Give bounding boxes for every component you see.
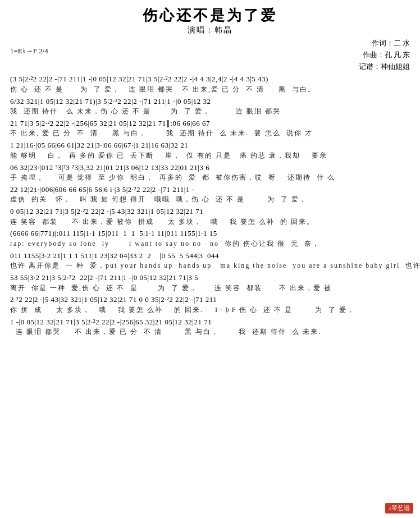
lyric-row-10: 你 拼 成 太 多块， 哦 我 要怎 么补 的 回来. 1=♭F 伤 心 还 不… [10,305,410,315]
music-line-3: 1 21|16·|05 66|66 61|32 21|3·|06 66|67·|… [10,140,410,160]
subtitle: 演唱：韩晶 [10,25,410,35]
music-line-11: 1 -|0 05|12 32|21 71|3 5|2·²2 22|2 -|256… [10,317,410,337]
music-line-4: 06 32|23·|012 ³3|²3 ²3|3,32 21|01 21|3 0… [10,162,410,182]
arranger: 记谱：神仙姐姐 [359,61,410,73]
notation-row-8: 011 1155|3·2 21|1 1 1 511|1 23|32 04|33 … [10,250,410,262]
lyric-row-7: rap: everybody so lone ly i want to say … [10,239,410,249]
lyric-row-4: 手 掩埋， 可是 觉得 至 少你 明白， 再多的 爱 都 被你伤害，哎 呀 还期… [10,173,410,182]
notation-row-3: 1 21|16·|05 66|66 61|32 21|3·|06 66|67·|… [10,140,410,151]
lyric-row-8: 也许 离开你是 一 种 爱，put your hands up hands up… [10,261,410,271]
lyric-row-5: 虚伪 的关 怀， 叫 我 如 何想 得开 哦哦 哦，伤 心 还 不 是 为 了 … [10,195,410,204]
music-line-1: 6/32 321|1 05|12 32|21 71)|3 5|2·²2 22|2… [10,96,410,116]
notation-row-7: (6666 66|771)|:011 115|1·1 15|011 1 1 5|… [10,228,410,239]
lyric-row-2: 不 出来, 爱 已 分 不 清 黑 与白， 我 还期 待什 么 未来. 要 怎么… [10,129,410,138]
main-title: 伤心还不是为了爱 [10,6,410,25]
lyric-row-1: 我 还期 待什 么 未来，伤 心 还 不 是 为 了 爱， 连 眼泪 都哭 [10,107,410,116]
page-container: 伤心还不是为了爱 演唱：韩晶 1=E♭→F 2/4 作词：二 水 作曲：孔 凡 … [0,0,420,350]
lyric-row-11: 连 眼泪 都哭 不 出来，爱 已 分 不 清 黑 与白， 我 还期 待什 么 未… [10,327,410,337]
lyricist: 作词：二 水 [359,38,410,49]
music-content: (3 5|2·²2 22|2 -|71 211|1 -|0 05|12 32|2… [10,74,410,337]
notation-row-6: 0 05|12 32|21 71|3 5|2·²2 22|2 -|5 43|32… [10,206,410,217]
music-line-6: 0 05|12 32|21 71|3 5|2·²2 22|2 -|5 43|32… [10,206,410,226]
notation-row-11: 1 -|0 05|12 32|21 71|3 5|2·²2 22|2 -|256… [10,317,410,328]
composer: 作曲：孔 凡 东 [359,49,410,61]
title-section: 伤心还不是为了爱 演唱：韩晶 [10,6,410,35]
lyric-row-9: 离开 你是 一种 爱,伤 心 还 不 是 为 了 爱， 连 笑容 都装 不 出来… [10,283,410,293]
meta-right: 作词：二 水 作曲：孔 凡 东 记谱：神仙姐姐 [359,38,410,72]
notation-row-2: 21 71|3 5|2·²2 22|2 -|256|65 32|21 05|12… [10,118,410,129]
notation-row-9: 53 55|3·2 21|3 5|2·²2 22|2 -|71 211|1 -|… [10,272,410,283]
notation-row-1: 6/32 321|1 05|12 32|21 71)|3 5|2·²2 22|2… [10,96,410,107]
music-line-9: 53 55|3·2 21|3 5|2·²2 22|2 -|71 211|1 -|… [10,272,410,292]
music-line-2: 21 71|3 5|2·²2 22|2 -|256|65 32|21 05|12… [10,118,410,138]
music-line-10: 2·²2 22|2 -|5 43|32 321|1 05|12 32|21 71… [10,294,410,314]
music-line-7: (6666 66|771)|:011 115|1·1 15|011 1 1 5|… [10,228,410,248]
lyric-row-6: 连 笑容 都装 不 出来，爱 被你 拼成 太 多块， 哦 我 要怎 么补 的 回… [10,217,410,227]
meta-row: 1=E♭→F 2/4 作词：二 水 作曲：孔 凡 东 记谱：神仙姐姐 [10,38,410,72]
key-signature: 1=E♭→F 2/4 [10,38,48,56]
watermark: ♪琴艺谱 [385,503,414,514]
music-line-0: (3 5|2·²2 22|2 -|71 211|1 -|0 05|12 32|2… [10,74,410,94]
lyric-row-0: 伤 心 还 不 是 为 了 爱， 连 眼泪 都哭 不 出来,爱 已 分 不 清 … [10,85,410,94]
notation-row-10: 2·²2 22|2 -|5 43|32 321|1 05|12 32|21 71… [10,294,410,305]
notation-row-0: (3 5|2·²2 22|2 -|71 211|1 -|0 05|12 32|2… [10,74,410,85]
music-line-8: 011 1155|3·2 21|1 1 1 511|1 23|32 04|33 … [10,250,410,271]
lyric-row-3: 能 够明 白， 再 多的 爱你 已 丢下断 崖， 仅 有的 只是 痛 的悲 衰，… [10,151,410,161]
notation-row-4: 06 32|23·|012 ³3|²3 ²3|3,32 21|01 21|3 0… [10,162,410,173]
music-line-5: 22 12|21·|006|606 66 65|6 56|6 i·|3 5|2·… [10,184,410,204]
notation-row-5: 22 12|21·|006|606 66 65|6 56|6 i·|3 5|2·… [10,184,410,195]
